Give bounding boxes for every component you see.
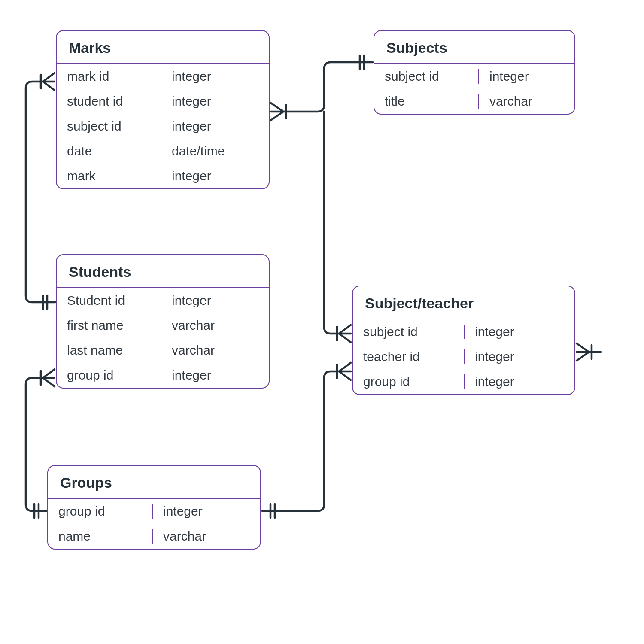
field-type: integer	[161, 293, 269, 308]
field-name: title	[374, 94, 479, 109]
field-row: title varchar	[374, 89, 574, 114]
field-row: group id integer	[48, 499, 260, 524]
field-type: integer	[465, 374, 574, 389]
entity-marks: Marks mark id integer student id integer…	[56, 30, 270, 189]
field-name: Student id	[57, 293, 161, 308]
field-row: mark id integer	[57, 64, 269, 89]
field-type: varchar	[153, 529, 260, 544]
entity-subject-teacher: Subject/teacher subject id integer teach…	[352, 286, 575, 395]
field-type: varchar	[161, 343, 269, 358]
field-row: group id integer	[57, 363, 269, 388]
field-row: name varchar	[48, 524, 260, 549]
entity-subjects: Subjects subject id integer title varcha…	[374, 30, 575, 115]
entity-title: Groups	[48, 466, 260, 499]
field-row: subject id integer	[374, 64, 574, 89]
field-name: first name	[57, 318, 161, 333]
field-name: subject id	[57, 119, 161, 134]
field-row: group id integer	[353, 369, 574, 394]
entity-title: Subjects	[374, 31, 574, 64]
field-name: teacher id	[353, 349, 465, 364]
field-row: Student id integer	[57, 288, 269, 313]
field-row: first name varchar	[57, 313, 269, 338]
entity-groups: Groups group id integer name varchar	[47, 465, 261, 550]
field-type: integer	[465, 349, 574, 364]
field-row: date date/time	[57, 139, 269, 164]
field-type: varchar	[479, 94, 574, 109]
entity-students: Students Student id integer first name v…	[56, 254, 270, 389]
field-name: mark	[57, 169, 161, 183]
field-name: date	[57, 144, 161, 158]
field-name: group id	[57, 368, 161, 383]
field-name: subject id	[353, 325, 465, 339]
field-type: integer	[465, 325, 574, 339]
field-type: integer	[161, 69, 269, 84]
field-name: last name	[57, 343, 161, 358]
field-row: mark integer	[57, 164, 269, 188]
field-type: integer	[161, 368, 269, 383]
field-row: student id integer	[57, 89, 269, 114]
field-row: last name varchar	[57, 338, 269, 363]
field-name: group id	[353, 374, 465, 389]
field-name: mark id	[57, 69, 161, 84]
field-type: integer	[161, 119, 269, 134]
field-type: integer	[161, 169, 269, 183]
field-name: subject id	[374, 69, 479, 84]
field-type: integer	[153, 504, 260, 519]
field-row: subject id integer	[57, 114, 269, 139]
field-row: teacher id integer	[353, 344, 574, 369]
entity-title: Students	[57, 255, 269, 288]
field-name: group id	[48, 504, 153, 519]
entity-title: Marks	[57, 31, 269, 64]
field-type: integer	[479, 69, 574, 84]
field-type: date/time	[161, 144, 269, 158]
field-name: name	[48, 529, 153, 544]
entity-title: Subject/teacher	[353, 286, 574, 319]
er-diagram-canvas: Marks mark id integer student id integer…	[0, 0, 644, 644]
field-name: student id	[57, 94, 161, 109]
field-row: subject id integer	[353, 319, 574, 344]
field-type: varchar	[161, 318, 269, 333]
field-type: integer	[161, 94, 269, 109]
